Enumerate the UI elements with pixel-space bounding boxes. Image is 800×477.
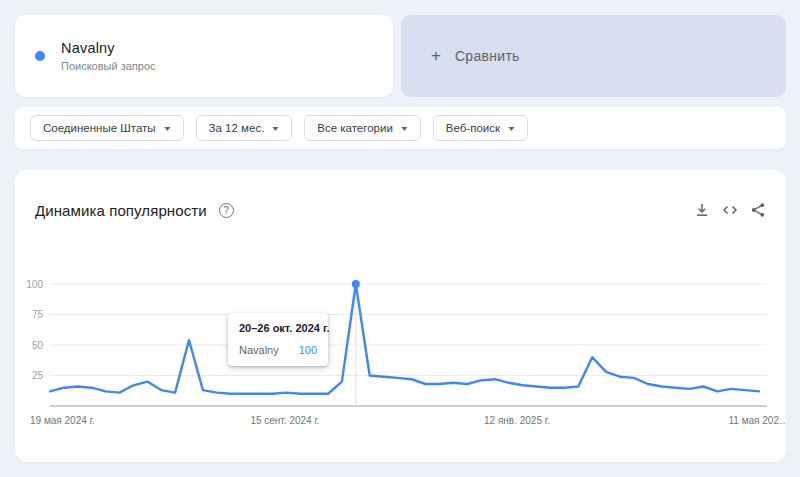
tooltip-value: 100: [299, 344, 317, 356]
svg-text:11 мая 202…: 11 мая 202…: [729, 415, 786, 426]
filter-category-label: Все категории: [317, 122, 393, 134]
svg-text:15 сент. 2024 г.: 15 сент. 2024 г.: [250, 415, 319, 426]
search-term-subtitle: Поисковый запрос: [61, 60, 156, 72]
chevron-down-icon: ▼: [271, 125, 281, 132]
chart-title: Динамика популярности: [35, 202, 207, 219]
filter-searchtype-dropdown[interactable]: Веб-поиск ▼: [433, 115, 528, 141]
tooltip-date: 20–26 окт. 2024 г.: [239, 322, 317, 334]
svg-text:50: 50: [32, 340, 44, 351]
filter-bar: Соединенные Штаты ▼ За 12 мес. ▼ Все кат…: [15, 107, 786, 149]
filter-region-dropdown[interactable]: Соединенные Штаты ▼: [30, 115, 184, 141]
trends-chart-svg[interactable]: 25507510019 мая 2024 г.15 сент. 2024 г.1…: [15, 260, 786, 432]
search-term-card[interactable]: Navalny Поисковый запрос: [15, 15, 393, 97]
search-term-text: Navalny Поисковый запрос: [61, 40, 156, 72]
plus-icon: +: [431, 46, 441, 66]
svg-text:12 янв. 2025 г.: 12 янв. 2025 г.: [484, 415, 550, 426]
svg-text:25: 25: [32, 370, 44, 381]
download-icon[interactable]: [693, 202, 710, 219]
embed-icon[interactable]: [721, 202, 738, 219]
chart-header: Динамика популярности ?: [35, 198, 766, 222]
interest-over-time-card: Динамика популярности ?: [15, 170, 786, 462]
compare-label: Сравнить: [455, 48, 520, 64]
compare-button[interactable]: + Сравнить: [401, 15, 786, 97]
help-icon[interactable]: ?: [219, 203, 234, 218]
filter-region-label: Соединенные Штаты: [43, 122, 156, 134]
chevron-down-icon: ▼: [399, 125, 409, 132]
filter-timerange-label: За 12 мес.: [209, 122, 265, 134]
svg-text:19 мая 2024 г.: 19 мая 2024 г.: [30, 415, 95, 426]
chart-tooltip: 20–26 окт. 2024 г. Navalny 100: [228, 313, 328, 366]
tooltip-term: Navalny: [239, 344, 279, 356]
chart-actions: [693, 202, 766, 219]
chevron-down-icon: ▼: [507, 125, 517, 132]
filter-category-dropdown[interactable]: Все категории ▼: [304, 115, 421, 141]
search-term-title: Navalny: [61, 40, 156, 56]
series-color-dot-icon: [35, 51, 45, 61]
svg-text:75: 75: [32, 309, 44, 320]
filter-timerange-dropdown[interactable]: За 12 мес. ▼: [196, 115, 293, 141]
filter-searchtype-label: Веб-поиск: [446, 122, 500, 134]
chevron-down-icon: ▼: [162, 125, 172, 132]
search-term-inner: Navalny Поисковый запрос: [15, 15, 393, 97]
share-icon[interactable]: [749, 202, 766, 219]
tooltip-row: Navalny 100: [239, 344, 317, 356]
svg-text:100: 100: [26, 279, 43, 290]
